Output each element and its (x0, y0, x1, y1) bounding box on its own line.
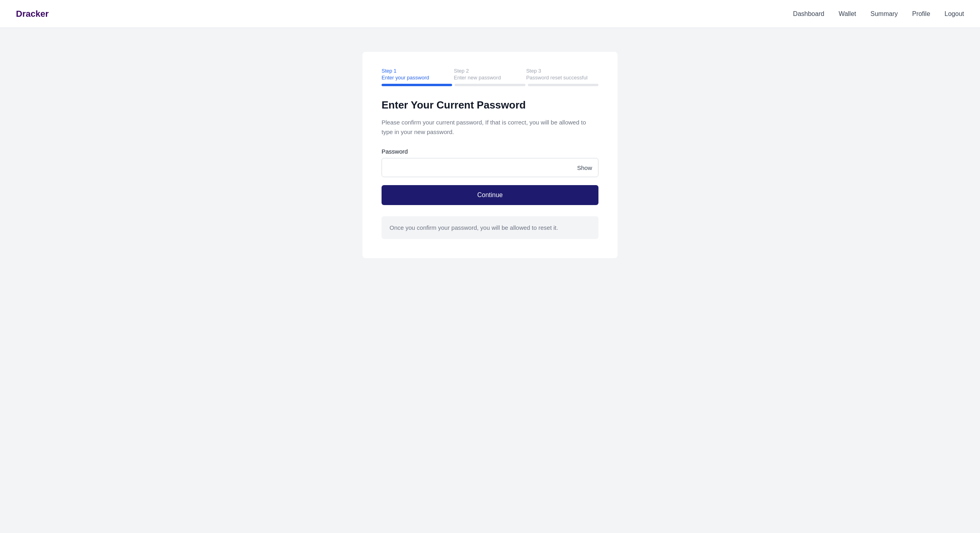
step-3-label: Step 3 (526, 68, 598, 74)
step-3: Step 3 Password reset successful (526, 68, 598, 81)
main-content: Step 1 Enter your password Step 2 Enter … (0, 28, 980, 533)
nav-profile[interactable]: Profile (912, 10, 930, 18)
nav-summary[interactable]: Summary (870, 10, 897, 18)
password-input[interactable] (382, 158, 598, 177)
info-text: Once you confirm your password, you will… (390, 224, 558, 231)
nav-logout[interactable]: Logout (945, 10, 964, 18)
form-title: Enter Your Current Password (382, 99, 598, 111)
step-2: Step 2 Enter new password (454, 68, 526, 81)
step-1: Step 1 Enter your password (382, 68, 454, 81)
show-password-button[interactable]: Show (577, 164, 592, 171)
password-card: Step 1 Enter your password Step 2 Enter … (362, 52, 618, 258)
header: Dracker Dashboard Wallet Summary Profile… (0, 0, 980, 28)
step-3-sublabel: Password reset successful (526, 75, 598, 81)
progress-segment-3 (528, 84, 598, 86)
continue-button[interactable]: Continue (382, 185, 598, 205)
logo: Dracker (16, 9, 49, 19)
nav-dashboard[interactable]: Dashboard (793, 10, 824, 18)
nav: Dashboard Wallet Summary Profile Logout (793, 10, 964, 18)
step-2-sublabel: Enter new password (454, 75, 526, 81)
step-2-label: Step 2 (454, 68, 526, 74)
progress-bar (382, 84, 598, 86)
form-description: Please confirm your current password, If… (382, 118, 598, 137)
info-box: Once you confirm your password, you will… (382, 216, 598, 239)
step-1-label: Step 1 (382, 68, 454, 74)
password-label: Password (382, 148, 598, 155)
nav-wallet[interactable]: Wallet (838, 10, 856, 18)
password-input-wrapper: Show (382, 158, 598, 177)
progress-segment-2 (455, 84, 525, 86)
step-1-sublabel: Enter your password (382, 75, 454, 81)
progress-segment-1 (382, 84, 452, 86)
steps-container: Step 1 Enter your password Step 2 Enter … (382, 68, 598, 81)
